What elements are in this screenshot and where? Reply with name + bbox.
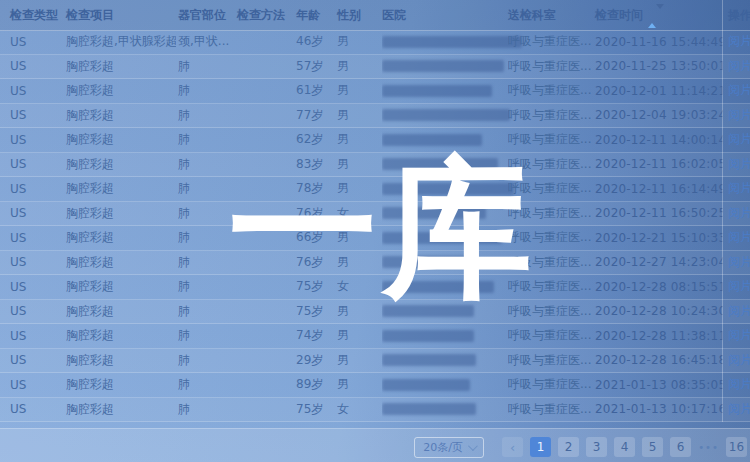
page-button-2[interactable]: 2 [558, 437, 579, 457]
sort-ascending-icon [648, 9, 656, 28]
cell-organ: 肺 [178, 398, 234, 422]
table-row: US胸腔彩超肺61岁男呼吸与重症医...2020-12-01 11:14:21阅… [0, 79, 750, 104]
view-film-link[interactable]: 阅片 [728, 58, 750, 75]
cell-exam-time: 2020-12-11 16:50:25 [595, 202, 723, 226]
redaction-block [382, 256, 478, 268]
cell-exam-item: 胸腔彩超 [66, 55, 176, 79]
cell-gender: 男 [337, 251, 369, 275]
cell-exam-time: 2020-12-01 11:14:21 [595, 79, 723, 103]
redaction-block [382, 403, 476, 415]
cell-method [237, 373, 293, 397]
table-row: US胸腔彩超肺76岁男呼吸与重症医...2020-12-27 14:23:04阅… [0, 251, 750, 276]
page-button-1[interactable]: 1 [530, 437, 551, 457]
cell-exam-time: 2020-12-04 19:03:24 [595, 104, 723, 128]
view-film-link[interactable]: 阅片 [728, 376, 750, 393]
page-size-label: 20条/页 [423, 440, 463, 455]
view-film-link[interactable]: 阅片 [728, 205, 750, 222]
table-row: US胸腔彩超肺57岁男呼吸与重症医...2020-11-25 13:50:01阅… [0, 55, 750, 80]
page-button-16[interactable]: 16 [726, 437, 747, 457]
col-header-method: 检查方法 [237, 0, 293, 30]
cell-hospital-redacted [382, 177, 524, 201]
cell-organ: 肺 [178, 55, 234, 79]
exam-list-screen: 检查类型 检查项目 器官部位 检查方法 年龄 性别 医院 送检科室 检查时间 操… [0, 0, 750, 462]
col-header-exam-type: 检查类型 [10, 0, 60, 30]
cell-method [237, 349, 293, 373]
cell-age: 75岁 [296, 300, 334, 324]
cell-exam-item: 胸腔彩超 [66, 349, 176, 373]
cell-department: 呼吸与重症医... [508, 300, 594, 324]
cell-organ: 肺 [178, 324, 234, 348]
table-row: US胸腔彩超肺75岁女呼吸与重症医...2020-12-28 08:15:51阅… [0, 275, 750, 300]
cell-exam-time: 2021-01-13 08:35:05 [595, 373, 723, 397]
table-row: US胸腔彩超肺77岁男呼吸与重症医...2020-12-04 19:03:24阅… [0, 104, 750, 129]
fixed-column-divider [722, 0, 723, 422]
view-film-link[interactable]: 阅片 [728, 352, 750, 369]
view-film-link[interactable]: 阅片 [728, 229, 750, 246]
cell-gender: 男 [337, 153, 369, 177]
view-film-link[interactable]: 阅片 [728, 156, 750, 173]
cell-exam-time: 2020-12-27 14:23:04 [595, 251, 723, 275]
view-film-link[interactable]: 阅片 [728, 82, 750, 99]
page-button-4[interactable]: 4 [614, 437, 635, 457]
prev-page-button[interactable]: ‹ [502, 437, 523, 457]
cell-department: 呼吸与重症医... [508, 202, 594, 226]
cell-method [237, 30, 293, 54]
cell-exam-type: US [10, 300, 60, 324]
cell-gender: 男 [337, 300, 369, 324]
cell-hospital-redacted [382, 30, 524, 54]
table-row: US胸腔彩超肺66岁男呼吸与重症医...2020-12-21 15:10:33阅… [0, 226, 750, 251]
cell-organ: 肺 [178, 275, 234, 299]
cell-gender: 男 [337, 349, 369, 373]
cell-department: 呼吸与重症医... [508, 177, 594, 201]
cell-method [237, 300, 293, 324]
cell-age: 29岁 [296, 349, 334, 373]
view-film-link[interactable]: 阅片 [728, 278, 750, 295]
cell-method [237, 398, 293, 422]
cell-hospital-redacted [382, 202, 524, 226]
page-button-5[interactable]: 5 [642, 437, 663, 457]
redaction-block [382, 36, 522, 48]
cell-department: 呼吸与重症医... [508, 349, 594, 373]
cell-organ: 肺 [178, 153, 234, 177]
cell-age: 61岁 [296, 79, 334, 103]
cell-department: 呼吸与重症医... [508, 79, 594, 103]
cell-department: 呼吸与重症医... [508, 251, 594, 275]
cell-department: 呼吸与重症医... [508, 226, 594, 250]
more-pages-button[interactable]: ••• [698, 437, 719, 457]
redaction-block [382, 207, 486, 219]
redaction-block [382, 232, 502, 244]
cell-gender: 男 [337, 177, 369, 201]
cell-exam-time: 2020-12-28 10:24:30 [595, 300, 723, 324]
cell-organ: 肺 [178, 251, 234, 275]
sort-carets-icon[interactable] [648, 1, 664, 31]
cell-exam-type: US [10, 251, 60, 275]
page-size-select[interactable]: 20条/页 [414, 437, 484, 458]
cell-department: 呼吸与重症医... [508, 324, 594, 348]
cell-exam-item: 胸腔彩超 [66, 324, 176, 348]
view-film-link[interactable]: 阅片 [728, 327, 750, 344]
table-row: US胸腔彩超肺62岁男呼吸与重症医...2020-12-11 14:00:14阅… [0, 128, 750, 153]
page-button-6[interactable]: 6 [670, 437, 691, 457]
cell-age: 76岁 [296, 202, 334, 226]
view-film-link[interactable]: 阅片 [728, 254, 750, 271]
view-film-link[interactable]: 阅片 [728, 401, 750, 418]
cell-organ: 颈,甲状... [178, 30, 234, 54]
view-film-link[interactable]: 阅片 [728, 107, 750, 124]
view-film-link[interactable]: 阅片 [728, 131, 750, 148]
cell-gender: 女 [337, 275, 369, 299]
page-button-3[interactable]: 3 [586, 437, 607, 457]
cell-organ: 肺 [178, 177, 234, 201]
cell-hospital-redacted [382, 373, 524, 397]
view-film-link[interactable]: 阅片 [728, 303, 750, 320]
view-film-link[interactable]: 阅片 [728, 180, 750, 197]
cell-exam-type: US [10, 30, 60, 54]
cell-department: 呼吸与重症医... [508, 275, 594, 299]
table-row: US胸腔彩超肺29岁男呼吸与重症医...2020-12-28 16:45:18阅… [0, 349, 750, 374]
col-header-exam-time[interactable]: 检查时间 [595, 0, 723, 30]
cell-age: 66岁 [296, 226, 334, 250]
redaction-block [382, 109, 510, 121]
view-film-link[interactable]: 阅片 [728, 33, 750, 50]
redaction-block [382, 158, 498, 170]
col-header-department: 送检科室 [508, 0, 594, 30]
cell-method [237, 324, 293, 348]
